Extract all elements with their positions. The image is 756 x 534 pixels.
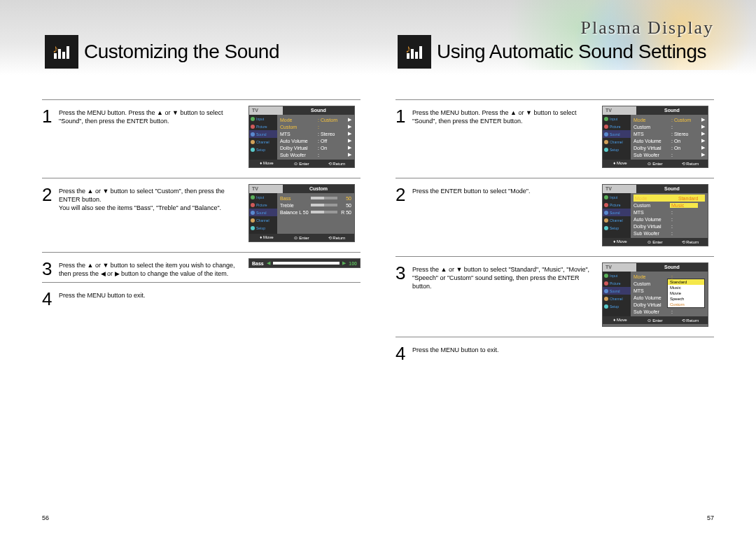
right-title-group: ♪ Using Automatic Sound Settings	[398, 35, 706, 69]
step-text: Press the MENU button to exit.	[412, 343, 602, 363]
mode-dropdown: StandardMusicMovieSpeechCustom	[667, 279, 705, 308]
step-text: Press the ▲ or ▼ button to select the it…	[59, 258, 248, 278]
osd-title: Sound	[636, 185, 708, 193]
osd-sound-menu: TVSound InputPictureSoundChannelSetup Mo…	[602, 106, 708, 168]
step-text: Press the ENTER button to select "Mode".	[412, 184, 602, 204]
slider-value: 100	[349, 261, 357, 266]
step-text: Press the ▲ or ▼ button to select "Stand…	[412, 262, 602, 290]
osd-slider: Bass ◀ ▶ 100	[248, 258, 360, 268]
osd-mode-dropdown: TVSound InputPictureSoundChannelSetup Mo…	[602, 262, 708, 327]
left-title-group: ♪ Customizing the Sound	[45, 35, 279, 69]
step-text: Press the MENU button. Press the ▲ or ▼ …	[412, 106, 602, 125]
osd-title: Sound	[283, 106, 354, 115]
step-number: 4	[396, 343, 412, 363]
left-arrow-icon: ◀	[267, 260, 270, 266]
right-title: Using Automatic Sound Settings	[437, 41, 706, 63]
sound-icon: ♪	[45, 35, 78, 69]
slider-label: Bass	[252, 261, 264, 266]
step-number: 3	[396, 262, 412, 290]
osd-title: Sound	[636, 263, 708, 272]
osd-title: Sound	[636, 106, 708, 115]
step-number: 1	[396, 106, 412, 125]
header: ♪ Customizing the Sound ♪ Using Automati…	[0, 0, 756, 70]
osd-title: Custom	[283, 185, 354, 193]
step-number: 3	[42, 258, 59, 278]
osd-tv-label: TV	[603, 263, 636, 272]
osd-sound-menu: TVSound InputPictureSoundChannelSetup Mo…	[248, 106, 355, 168]
osd-custom-menu: TVCustom InputPictureSoundChannelSetup B…	[248, 184, 355, 242]
left-page: 1 Press the MENU button. Press the ▲ or …	[42, 95, 360, 363]
page-number-right: 57	[707, 514, 714, 521]
left-title: Customizing the Sound	[84, 41, 279, 63]
osd-mode-highlight: TVSound InputPictureSoundChannelSetup Mo…	[602, 184, 708, 246]
step-number: 2	[396, 184, 412, 204]
right-arrow-icon: ▶	[342, 260, 346, 266]
right-page: 1 Press the MENU button. Press the ▲ or …	[396, 95, 714, 363]
step-number: 2	[42, 184, 59, 212]
osd-tv-label: TV	[249, 185, 283, 193]
step-text: Press the MENU button to exit.	[59, 288, 248, 308]
step-text: Press the ▲ or ▼ button to select "Custo…	[59, 184, 248, 212]
step-number: 1	[42, 106, 59, 125]
sound-icon: ♪	[398, 35, 431, 69]
step-text: Press the MENU button. Press the ▲ or ▼ …	[59, 106, 248, 125]
osd-tv-label: TV	[603, 106, 636, 115]
osd-tv-label: TV	[249, 106, 283, 115]
step-number: 4	[42, 288, 59, 308]
osd-tv-label: TV	[603, 185, 636, 193]
page-number-left: 56	[42, 514, 49, 521]
